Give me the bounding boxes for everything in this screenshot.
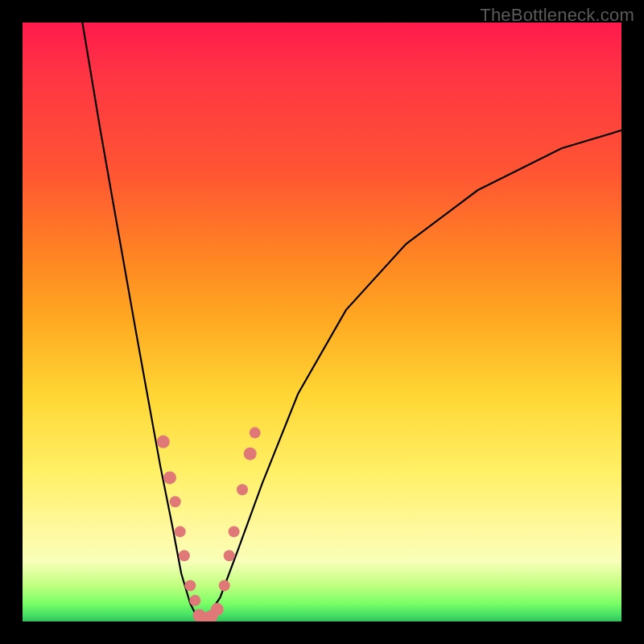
curve-right bbox=[202, 130, 621, 621]
curve-marker bbox=[229, 526, 240, 537]
curve-marker bbox=[175, 526, 186, 537]
watermark-text: TheBottleneck.com bbox=[480, 5, 634, 26]
curve-marker bbox=[163, 471, 176, 484]
chart-svg bbox=[23, 23, 621, 621]
curve-marker bbox=[157, 436, 170, 448]
curve-marker bbox=[237, 484, 248, 495]
curve-marker bbox=[170, 496, 181, 507]
plot-area bbox=[23, 23, 621, 621]
curve-marker bbox=[224, 550, 235, 561]
curve-marker bbox=[219, 580, 230, 591]
curve-marker bbox=[250, 427, 261, 439]
curve-marker bbox=[184, 580, 196, 591]
curve-marker bbox=[244, 448, 257, 460]
curve-marker bbox=[211, 603, 224, 616]
chart-frame: TheBottleneck.com bbox=[0, 0, 644, 644]
curve-marker bbox=[179, 550, 190, 561]
curve-marker bbox=[189, 595, 200, 606]
